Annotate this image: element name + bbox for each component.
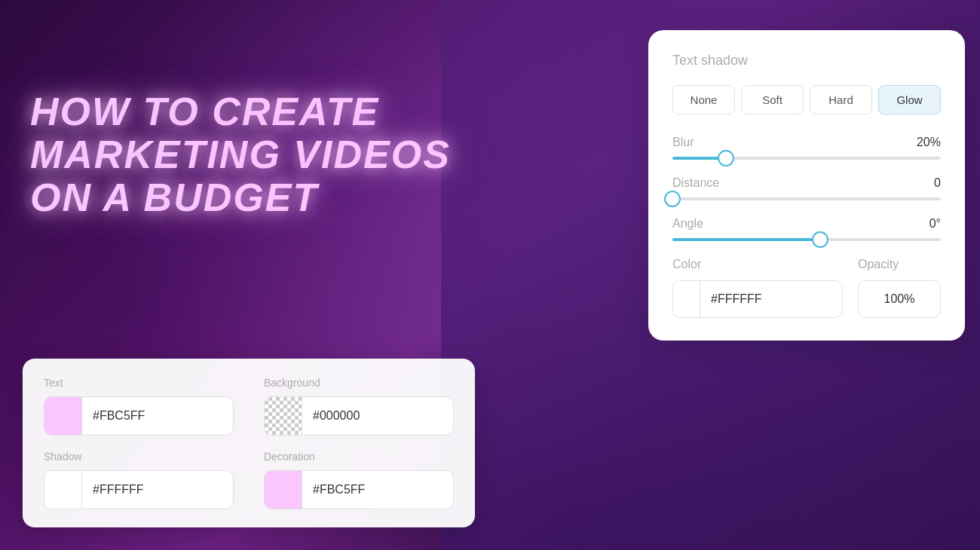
text-shadow-panel: Text shadow None Soft Hard Glow Blur 20%… bbox=[648, 30, 965, 341]
distance-value: 0 bbox=[934, 176, 941, 190]
decoration-color-label: Decoration bbox=[264, 451, 454, 463]
background-color-label: Background bbox=[264, 377, 454, 389]
decoration-color-hex[interactable]: #FBC5FF bbox=[302, 483, 453, 497]
headline-text: HOW TO CREATEMARKETING VIDEOSON A BUDGET bbox=[30, 90, 451, 220]
distance-label: Distance bbox=[672, 176, 719, 190]
shadow-none-button[interactable]: None bbox=[672, 85, 735, 115]
distance-slider-header: Distance 0 bbox=[672, 176, 941, 190]
shadow-color-swatch[interactable] bbox=[44, 471, 82, 509]
decoration-color-swatch[interactable] bbox=[265, 471, 302, 509]
blur-value: 20% bbox=[917, 136, 941, 149]
shadow-glow-button[interactable]: Glow bbox=[878, 85, 941, 115]
shadow-color-hex[interactable]: #FFFFFF bbox=[82, 483, 233, 497]
text-color-input-row[interactable]: #FBC5FF bbox=[44, 396, 234, 435]
distance-slider-thumb[interactable] bbox=[664, 191, 681, 207]
angle-slider-row: Angle 0° bbox=[672, 217, 941, 241]
background-color-input-row[interactable]: #000000 bbox=[264, 396, 454, 435]
background-color-hex[interactable]: #000000 bbox=[302, 409, 453, 423]
angle-label: Angle bbox=[672, 217, 703, 231]
color-panel: Text #FBC5FF Background #000000 Shadow #… bbox=[23, 359, 475, 527]
distance-slider-row: Distance 0 bbox=[672, 176, 941, 200]
shadow-color-label: Shadow bbox=[44, 451, 234, 463]
shadow-color-section-label: Color bbox=[672, 258, 843, 271]
shadow-color-group: Shadow #FFFFFF bbox=[44, 451, 234, 509]
shadow-color-input[interactable]: #FFFFFF bbox=[672, 280, 843, 318]
opacity-value[interactable]: 100% bbox=[858, 280, 941, 318]
background-color-group: Background #000000 bbox=[264, 377, 454, 435]
distance-slider-track[interactable] bbox=[672, 197, 941, 200]
shadow-panel-color-hex[interactable]: #FFFFFF bbox=[700, 292, 773, 306]
angle-slider-thumb[interactable] bbox=[812, 231, 828, 248]
angle-slider-fill bbox=[672, 238, 820, 241]
text-color-swatch[interactable] bbox=[44, 397, 82, 435]
shadow-panel-color-swatch[interactable] bbox=[673, 280, 700, 318]
shadow-hard-button[interactable]: Hard bbox=[810, 85, 872, 115]
angle-value: 0° bbox=[929, 217, 941, 231]
blur-slider-thumb[interactable] bbox=[718, 150, 734, 167]
opacity-section: Opacity 100% bbox=[858, 258, 941, 318]
text-color-group: Text #FBC5FF bbox=[44, 377, 234, 435]
opacity-label: Opacity bbox=[858, 258, 941, 271]
shadow-soft-button[interactable]: Soft bbox=[741, 85, 804, 115]
panel-title: Text shadow bbox=[672, 53, 941, 69]
shadow-type-buttons: None Soft Hard Glow bbox=[672, 85, 941, 115]
blur-label: Blur bbox=[672, 136, 694, 149]
blur-slider-track[interactable] bbox=[672, 157, 941, 160]
shadow-color-input-row[interactable]: #FFFFFF bbox=[44, 470, 234, 509]
angle-slider-header: Angle 0° bbox=[672, 217, 941, 231]
background-color-swatch[interactable] bbox=[265, 397, 302, 435]
decoration-color-input-row[interactable]: #FBC5FF bbox=[264, 470, 454, 509]
text-color-hex[interactable]: #FBC5FF bbox=[82, 409, 233, 423]
shadow-color-section: Color #FFFFFF bbox=[672, 258, 843, 318]
color-opacity-row: Color #FFFFFF Opacity 100% bbox=[672, 258, 941, 318]
text-color-label: Text bbox=[44, 377, 234, 389]
color-grid: Text #FBC5FF Background #000000 Shadow #… bbox=[44, 377, 454, 509]
decoration-color-group: Decoration #FBC5FF bbox=[264, 451, 454, 509]
blur-slider-row: Blur 20% bbox=[672, 136, 941, 160]
blur-slider-header: Blur 20% bbox=[672, 136, 941, 149]
angle-slider-track[interactable] bbox=[672, 238, 941, 241]
